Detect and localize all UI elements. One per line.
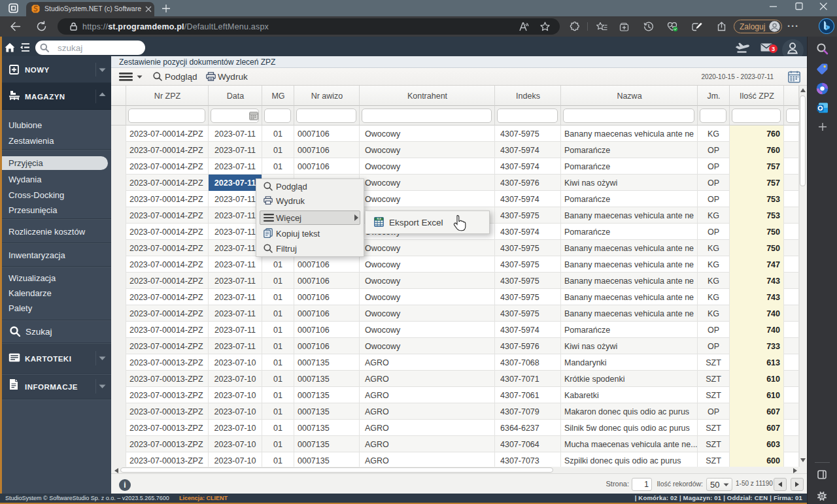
svg-text:XLS: XLS xyxy=(377,218,381,220)
